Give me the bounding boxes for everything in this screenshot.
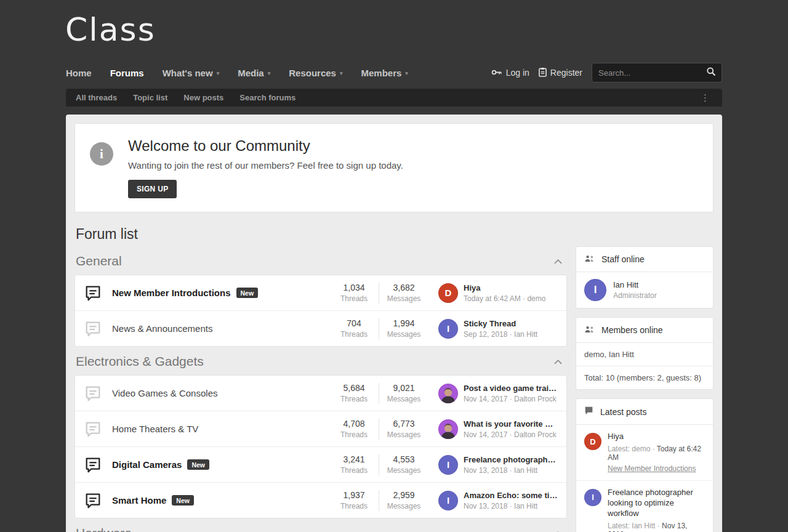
avatar[interactable]: I xyxy=(438,319,458,339)
messages-count: 3,682 xyxy=(379,283,428,292)
forum-title-wrap: Smart HomeNew xyxy=(112,495,329,506)
staff-online-title: Staff online xyxy=(601,254,645,264)
forum-title-link[interactable]: Video Games & Consoles xyxy=(112,388,217,398)
avatar[interactable]: I xyxy=(584,489,601,506)
nav-item-resources[interactable]: Resources▾ xyxy=(289,68,342,78)
threads-stat: 4,708Threads xyxy=(329,417,379,440)
people-icon xyxy=(584,324,595,336)
latest-post-item: DHiyaLatest: demo · Today at 6:42 AMNew … xyxy=(576,425,713,480)
login-button[interactable]: Log in xyxy=(491,68,529,78)
latest-post-meta: Nov 14, 2017 · Dalton Prock xyxy=(464,395,558,403)
page-content: i Welcome to our Community Wanting to jo… xyxy=(66,115,722,532)
forum-row: News & Announcements704Threads1,994Messa… xyxy=(75,310,566,346)
subnav-item-all-threads[interactable]: All threads xyxy=(76,93,117,102)
latest-post-title[interactable]: Sticky Thread xyxy=(464,319,537,328)
latest-post: What is your favorite TV?Nov 14, 2017 · … xyxy=(438,419,558,439)
welcome-notice: i Welcome to our Community Wanting to jo… xyxy=(74,123,714,212)
info-icon: i xyxy=(90,142,113,166)
threads-count: 4,708 xyxy=(329,419,379,429)
latest-post-title[interactable]: What is your favorite TV? xyxy=(464,419,558,429)
user-photo-avatar[interactable] xyxy=(438,419,458,439)
messages-count: 2,959 xyxy=(379,490,428,500)
forum-title-link[interactable]: Smart Home xyxy=(112,495,166,506)
forum-node-icon[interactable] xyxy=(84,384,103,403)
forum-title-wrap: Video Games & Consoles xyxy=(112,388,329,398)
threads-stat: 1,937Threads xyxy=(329,489,379,512)
latest-post-meta: Sep 12, 2018 · Ian Hitt xyxy=(464,330,537,339)
forum-title-wrap: Home Theaters & TV xyxy=(112,424,329,434)
forum-title-link[interactable]: Digital Cameras xyxy=(112,459,182,470)
messages-label: Messages xyxy=(379,330,428,339)
messages-label: Messages xyxy=(379,430,428,439)
latest-post: DHiyaToday at 6:42 AM · demo xyxy=(438,283,558,303)
secondary-nav: All threadsTopic listNew postsSearch for… xyxy=(66,89,722,107)
forum-row: New Member IntroductionsNew1,034Threads3… xyxy=(75,275,566,310)
forum-node-icon[interactable] xyxy=(84,420,103,438)
forum-title-link[interactable]: News & Announcements xyxy=(112,323,212,334)
nav-item-members[interactable]: Members▾ xyxy=(361,68,408,78)
nav-item-media[interactable]: Media▾ xyxy=(238,68,270,78)
collapse-toggle-icon[interactable] xyxy=(553,254,563,268)
welcome-text: Welcome to our Community Wanting to join… xyxy=(128,137,403,198)
subnav-item-search-forums[interactable]: Search forums xyxy=(239,93,296,102)
forum-node-icon[interactable] xyxy=(84,320,103,338)
user-photo-avatar[interactable] xyxy=(438,384,458,403)
latest-post-meta: Today at 6:42 AM · demo xyxy=(464,294,545,303)
latest-post-title[interactable]: Amazon Echo: some tips xyxy=(464,491,558,500)
subnav-item-new-posts[interactable]: New posts xyxy=(183,93,223,102)
forum-title-wrap: News & Announcements xyxy=(112,323,329,334)
search-input[interactable] xyxy=(592,68,701,78)
forum-title-link[interactable]: Home Theaters & TV xyxy=(112,424,198,434)
avatar[interactable]: D xyxy=(438,283,458,303)
search-submit-button[interactable] xyxy=(701,63,722,82)
latest-post-title[interactable]: Freelance photographer looking to optimi… xyxy=(464,455,558,464)
threads-label: Threads xyxy=(329,330,379,339)
latest-post-forum-link[interactable]: New Member Introductions xyxy=(608,464,696,473)
sign-up-button[interactable]: SIGN UP xyxy=(128,180,177,198)
overflow-menu-icon[interactable]: ⋮ xyxy=(698,92,712,103)
latest-posts-list: DHiyaLatest: demo · Today at 6:42 AMNew … xyxy=(576,425,713,532)
avatar[interactable]: D xyxy=(584,433,601,450)
threads-stat: 1,034Threads xyxy=(329,281,379,304)
staff-member-name[interactable]: Ian Hitt xyxy=(613,280,657,289)
threads-label: Threads xyxy=(329,430,379,439)
subnav-item-topic-list[interactable]: Topic list xyxy=(133,93,167,102)
site-logo[interactable]: Class xyxy=(65,11,156,48)
forum-node-icon[interactable] xyxy=(84,491,103,510)
latest-post-meta-prefix: Latest: Ian Hitt · xyxy=(608,522,662,530)
section-header-hardware: Hardware xyxy=(74,518,567,532)
nav-item-label: Forums xyxy=(110,68,144,78)
latest-post-item-title[interactable]: Freelance photographer looking to optimi… xyxy=(608,488,705,519)
forum-row: Home Theaters & TV4,708Threads6,773Messa… xyxy=(75,411,566,446)
new-badge: New xyxy=(187,459,209,470)
members-online-names[interactable]: demo, Ian Hitt xyxy=(576,343,713,366)
threads-count: 5,684 xyxy=(329,383,379,393)
threads-label: Threads xyxy=(329,294,379,303)
forum-node-icon[interactable] xyxy=(84,284,103,302)
chevron-down-icon: ▾ xyxy=(340,70,343,76)
latest-post-item-info: HiyaLatest: demo · Today at 6:42 AMNew M… xyxy=(608,432,705,474)
threads-label: Threads xyxy=(329,395,379,403)
welcome-title: Welcome to our Community xyxy=(128,137,403,155)
forum-sections: GeneralNew Member IntroductionsNew1,034T… xyxy=(74,246,567,532)
latest-post-title[interactable]: Post a video game trailer xyxy=(464,384,558,393)
members-online-block: Members online demo, Ian Hitt Total: 10 … xyxy=(576,317,714,390)
collapse-toggle-icon[interactable] xyxy=(553,526,563,532)
nav-item-forums[interactable]: Forums xyxy=(110,68,144,78)
avatar[interactable]: I xyxy=(584,279,606,301)
forum-node-icon[interactable] xyxy=(84,456,103,474)
forum-title-link[interactable]: New Member Introductions xyxy=(112,288,231,298)
section-title: Electronics & Gadgets xyxy=(76,354,204,369)
avatar[interactable]: I xyxy=(438,491,458,510)
latest-post-item-title[interactable]: Hiya xyxy=(608,432,705,442)
forum-row: Smart HomeNew1,937Threads2,959MessagesIA… xyxy=(75,482,566,518)
avatar[interactable]: I xyxy=(438,455,458,475)
comment-icon xyxy=(584,406,593,417)
register-button[interactable]: Register xyxy=(539,67,582,79)
nav-item-what-s-new[interactable]: What's new▾ xyxy=(163,68,219,78)
staff-member-info: Ian HittAdministrator xyxy=(613,280,657,300)
nav-item-home[interactable]: Home xyxy=(66,68,92,78)
forum-row: Digital CamerasNew3,241Threads4,553Messa… xyxy=(75,446,566,482)
latest-post-title[interactable]: Hiya xyxy=(464,283,545,292)
collapse-toggle-icon[interactable] xyxy=(553,355,563,368)
